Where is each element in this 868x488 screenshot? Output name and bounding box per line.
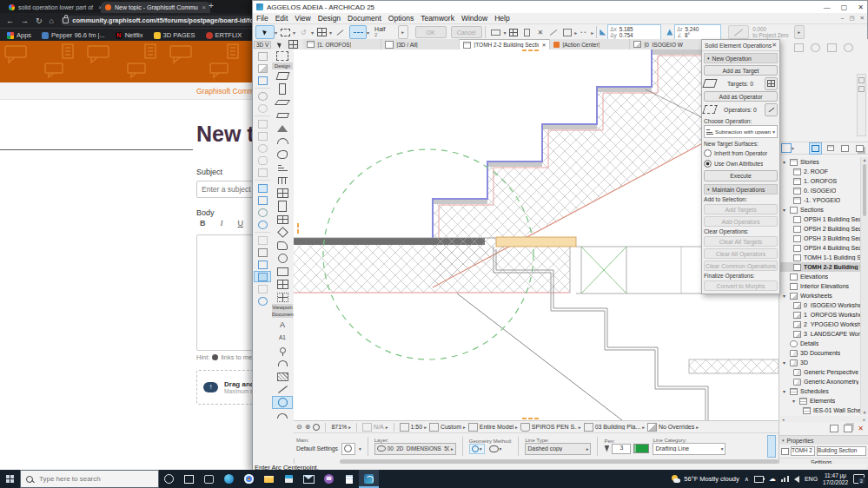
lock-button[interactable] [520,25,534,39]
nav-item-roof[interactable]: 2. ROOF [779,167,861,176]
gears-blue-icon[interactable] [254,295,271,307]
project-map-icon[interactable] [809,142,822,155]
nav-item-stories[interactable]: ▾Stories [779,157,861,167]
render-gear-icon[interactable] [254,219,271,230]
clear-common-operations-button[interactable]: Clear Common Operations [704,260,778,271]
archicad-taskbar-icon[interactable] [359,470,379,488]
wall-tool[interactable] [272,69,293,82]
nav-item-worksheet-3[interactable]: 3_LANDSCAPE Worksheet (Inc [779,329,861,339]
nav-item-worksheet-0[interactable]: 0_ISOGEIO Worksheet (Indep [779,300,861,310]
add-as-operator-button[interactable]: Add as Operator [704,91,778,102]
nav-item-details[interactable]: Details [779,339,861,348]
scroll-up-icon[interactable]: ▲ [861,157,868,162]
label-tool[interactable]: A1 [272,331,293,344]
bookmark-netflix[interactable]: NNetflix [116,31,143,39]
group-button[interactable] [488,25,504,39]
palette-icon-1[interactable] [794,43,804,52]
clone-folder-icon[interactable] [844,425,852,432]
archicad-titlebar[interactable]: AGGELOS ADEIA - ARCHICAD 25 — ▢ ✕ [253,1,867,14]
palette-icon-3[interactable] [827,43,837,52]
layer-combination-control[interactable]: Custom▸ [429,423,466,432]
tool-preview-button[interactable] [341,443,355,455]
pen-set-control[interactable]: SPIROS PEN S...▸ [520,423,581,432]
pick-operators-button[interactable] [765,103,778,116]
scale-control[interactable]: 1:50▸ [400,423,427,432]
start-button[interactable] [0,470,20,488]
window-tool[interactable] [272,213,293,226]
community-breadcrumb-link[interactable]: Graphisoft Commu [196,87,258,96]
slab-tool[interactable] [272,109,293,122]
publisher-icon[interactable] [853,142,866,155]
menu-view[interactable]: View [291,14,314,23]
seo-new-operation-header[interactable]: ▾ New Operation [704,53,778,63]
people-icon[interactable] [199,470,219,488]
battery-icon[interactable] [754,476,764,483]
dimension-tool[interactable] [272,344,293,357]
nav-item-worksheets[interactable]: ▾Worksheets [779,291,861,300]
menu-file[interactable]: File [253,14,272,23]
image-view-icon[interactable] [254,130,271,142]
more-options-button[interactable]: •• [577,25,591,39]
onedrive-icon[interactable]: ☁ [769,475,776,483]
mdi-close-icon[interactable]: ✕ [860,15,865,22]
slab-hatch[interactable] [294,245,570,293]
language-indicator[interactable]: ENG [805,476,818,482]
landing-element[interactable] [496,237,576,247]
clear-all-operators-button[interactable]: Clear All Operators [704,248,778,259]
fill-tool[interactable] [272,370,293,383]
lamp-tool[interactable] [272,252,293,265]
tab-3d-all[interactable]: [3D / All] [381,39,460,49]
cancel-x-icon[interactable]: ✕ [538,29,544,36]
lower-wall-band[interactable] [689,359,779,373]
object-tool[interactable] [272,239,293,252]
tab-options-icon[interactable] [288,40,298,49]
menu-teamwork[interactable]: Teamwork [417,14,458,23]
volume-icon[interactable] [794,476,799,483]
nav-item-elements[interactable]: ▾Elements [779,396,861,406]
pen-number-field[interactable]: 3 [612,444,631,454]
undo-button[interactable]: ↺ [295,25,311,39]
line-tool[interactable] [272,383,293,396]
trace-reference-button[interactable] [560,25,574,39]
cancel-button[interactable]: Cancel [451,26,482,38]
camera-sun-icon[interactable] [254,283,271,294]
own-attributes-radio-row[interactable]: Use Own Attributes [704,159,778,168]
tracker-flyout-button[interactable]: ▸ [794,25,805,39]
pairing-icon[interactable] [254,234,271,246]
palette-icon-2[interactable] [811,43,820,52]
bold-button[interactable]: B [200,219,206,228]
elevation-tool-button[interactable] [728,25,749,39]
lower-stair-outline[interactable] [494,247,706,420]
browser-tab-2[interactable]: New topic - Graphisoft Commun × [101,2,210,13]
menu-document[interactable]: Document [344,14,385,23]
skylight-tool[interactable] [272,226,293,239]
maintain-operations-header[interactable]: ▾ Maintain Operations [704,184,778,195]
view-axonometry-icon[interactable] [254,75,271,86]
camera-one-icon[interactable] [254,247,271,258]
nav-item-sections[interactable]: ▾Sections [779,205,861,214]
mesh-tool[interactable] [272,278,293,291]
linetype-selector[interactable]: Dashed copy ▸ [525,443,591,455]
tab-action-center[interactable]: [Action Center] [550,39,630,49]
chevron-up-icon[interactable]: ∧ [745,476,749,483]
execute-button[interactable]: Execute [704,170,778,181]
home-icon[interactable]: ⌂ [50,16,54,25]
tab-tomh-2-2[interactable]: [TOMH 2-2 Building Section]✕ [460,39,550,49]
radio-unselected-icon[interactable] [704,149,712,157]
column-tool[interactable] [272,82,293,96]
view-3d-cube-icon[interactable] [254,50,271,62]
chevron-down-icon[interactable]: ▾ [359,446,361,452]
infobox-scroll-strip[interactable] [767,435,776,458]
sun-study-icon[interactable] [254,142,271,154]
eye-view-icon[interactable] [254,155,271,166]
clear-all-targets-button[interactable]: Clear All Targets [704,236,778,247]
mail-icon[interactable] [299,470,319,488]
insulation-cross[interactable] [581,247,626,293]
nav-item-schedules[interactable]: ▾Schedules [779,386,861,396]
layers-icon[interactable] [254,182,271,194]
frame-tool-button[interactable] [314,25,329,39]
project-chooser-icon[interactable] [781,143,792,153]
maximize-icon[interactable]: ▢ [841,3,848,11]
grid-display-icon[interactable] [254,118,271,129]
palette-icon-4[interactable] [844,43,853,52]
